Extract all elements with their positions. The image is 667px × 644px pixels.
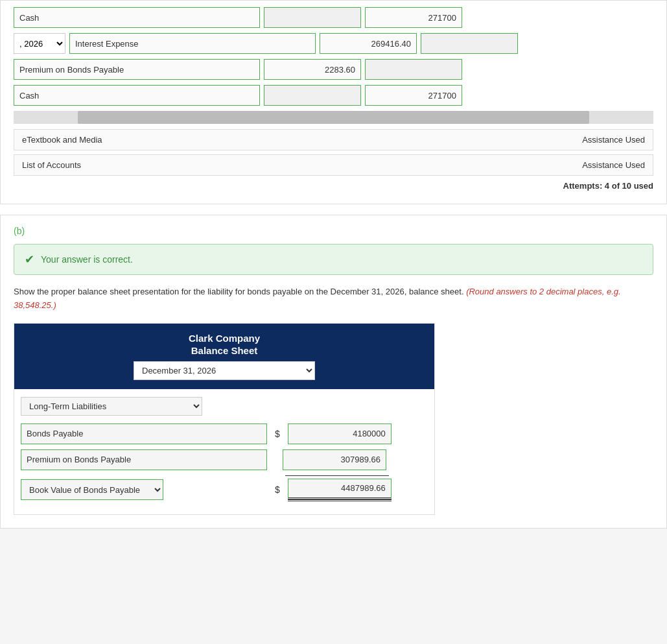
cash-top-credit-cell [365, 7, 462, 28]
cash-top-label-input[interactable] [14, 7, 260, 28]
book-value-label-select[interactable]: Book Value of Bonds Payable [21, 479, 163, 500]
bonds-payable-dollar-sign: $ [272, 429, 283, 439]
list-of-accounts-row[interactable]: List of Accounts Assistance Used [14, 154, 653, 176]
cash-top-row [14, 7, 653, 28]
cash-bottom-row [14, 85, 653, 106]
premium-bonds-bs-label-cell [21, 449, 267, 470]
list-of-accounts-assistance-used: Assistance Used [582, 160, 645, 170]
attempts-text: Attempts: 4 of 10 used [14, 181, 653, 191]
interest-expense-credit-input[interactable] [421, 33, 518, 54]
premium-bonds-debit-cell [264, 59, 361, 80]
book-value-bs-label-cell: Book Value of Bonds Payable [21, 479, 267, 500]
interest-expense-debit-cell [320, 33, 417, 54]
correct-banner: ✔ Your answer is correct. [14, 244, 653, 275]
premium-bonds-label-cell [14, 59, 260, 80]
bs-header: Clark Company Balance Sheet December 31,… [14, 324, 434, 389]
etextbook-label: eTextbook and Media [22, 135, 102, 145]
interest-expense-label-cell [69, 33, 316, 54]
horizontal-scrollbar[interactable] [14, 111, 653, 124]
bonds-payable-bs-row: $ [21, 423, 428, 444]
sheet-title: Balance Sheet [21, 345, 428, 356]
interest-expense-label-input[interactable] [69, 33, 316, 54]
cash-bottom-credit-cell [365, 85, 462, 106]
premium-bonds-credit-input[interactable] [365, 59, 462, 80]
liabilities-section-select[interactable]: Long-Term Liabilities [21, 397, 202, 416]
cash-bottom-debit-input[interactable] [264, 85, 361, 106]
interest-expense-debit-input[interactable] [320, 33, 417, 54]
year-select[interactable]: , 2026 [14, 33, 65, 54]
bonds-payable-value-input[interactable] [288, 423, 392, 444]
bs-body: Long-Term Liabilities $ [14, 389, 434, 514]
interest-expense-row: , 2026 [14, 33, 653, 54]
date-select[interactable]: December 31, 2026 [134, 361, 315, 380]
premium-bonds-bs-row [21, 449, 428, 470]
cash-top-label-cell [14, 7, 260, 28]
premium-bonds-row [14, 59, 653, 80]
instruction-block: Show the proper balance sheet presentati… [14, 285, 653, 313]
cash-bottom-credit-input[interactable] [365, 85, 462, 106]
cash-bottom-label-input[interactable] [14, 85, 260, 106]
list-of-accounts-label: List of Accounts [22, 160, 81, 170]
cash-top-credit-input[interactable] [365, 7, 462, 28]
checkmark-icon: ✔ [25, 252, 34, 267]
bonds-payable-bs-label-input[interactable] [21, 423, 267, 444]
premium-bonds-value-input[interactable] [283, 449, 386, 470]
etextbook-row[interactable]: eTextbook and Media Assistance Used [14, 129, 653, 150]
premium-bonds-label-input[interactable] [14, 59, 260, 80]
premium-bonds-bs-label-input[interactable] [21, 449, 267, 470]
book-value-dollar-sign: $ [272, 484, 283, 495]
correct-message: Your answer is correct. [41, 254, 133, 265]
cash-top-debit-cell [264, 7, 361, 28]
book-value-input[interactable] [288, 479, 392, 499]
bonds-payable-value-cell [288, 423, 392, 444]
premium-bonds-debit-input[interactable] [264, 59, 361, 80]
book-value-cell [288, 479, 392, 501]
interest-expense-credit-cell [421, 33, 518, 54]
cash-bottom-label-cell [14, 85, 260, 106]
section-b-label: (b) [14, 226, 653, 236]
balance-sheet-container: Clark Company Balance Sheet December 31,… [14, 323, 435, 515]
premium-bonds-value-cell [283, 449, 386, 470]
bonds-payable-bs-label-cell [21, 423, 267, 444]
premium-bonds-credit-cell [365, 59, 462, 80]
section-select-row: Long-Term Liabilities [21, 397, 428, 416]
separator-line-row [21, 475, 428, 476]
book-value-bs-row: Book Value of Bonds Payable $ [21, 479, 428, 501]
cash-top-debit-input[interactable] [264, 7, 361, 28]
etextbook-assistance-used: Assistance Used [582, 135, 645, 145]
company-name: Clark Company [21, 333, 428, 344]
instruction-text-main: Show the proper balance sheet presentati… [14, 287, 464, 296]
cash-bottom-debit-cell [264, 85, 361, 106]
